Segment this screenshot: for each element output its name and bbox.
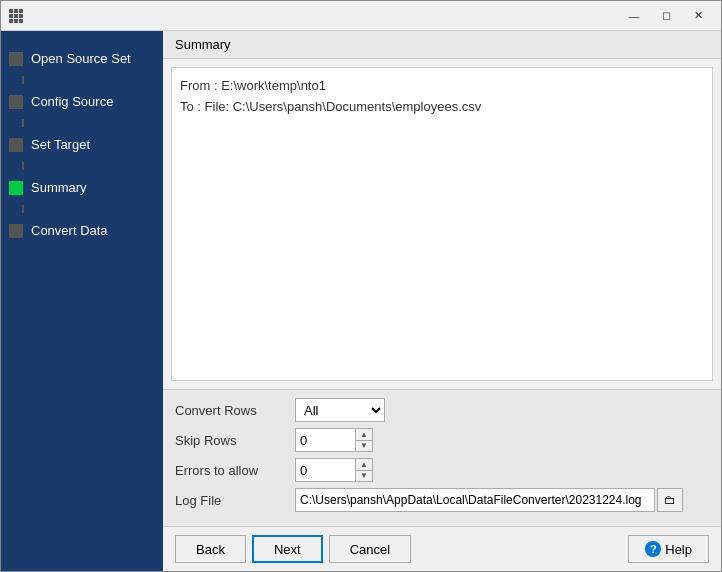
nav-indicator-config-source — [9, 95, 23, 109]
help-icon: ? — [645, 541, 661, 557]
app-icon — [9, 9, 23, 23]
summary-line-2: To : File: C:\Users\pansh\Documents\empl… — [180, 97, 704, 118]
title-bar: — ◻ ✕ — [1, 1, 721, 31]
nav-connector-1 — [22, 76, 24, 84]
sidebar-item-config-source[interactable]: Config Source — [1, 84, 163, 119]
nav-indicator-open-source-set — [9, 52, 23, 66]
log-file-wrap: 🗀 — [295, 488, 683, 512]
log-browse-button[interactable]: 🗀 — [657, 488, 683, 512]
content-panel: Summary From : E:\work\temp\nto1 To : Fi… — [163, 31, 721, 526]
maximize-button[interactable]: ◻ — [651, 5, 681, 27]
nav-connector-3 — [22, 162, 24, 170]
log-file-label: Log File — [175, 493, 295, 508]
skip-rows-input[interactable] — [295, 428, 355, 452]
skip-rows-label: Skip Rows — [175, 433, 295, 448]
errors-down-button[interactable]: ▼ — [356, 470, 372, 481]
errors-to-allow-label: Errors to allow — [175, 463, 295, 478]
skip-rows-up-button[interactable]: ▲ — [356, 429, 372, 440]
sidebar-item-summary[interactable]: Summary — [1, 170, 163, 205]
summary-line-1: From : E:\work\temp\nto1 — [180, 76, 704, 97]
sidebar-label-open-source-set: Open Source Set — [31, 51, 131, 66]
errors-to-allow-spinner: ▲ ▼ — [295, 458, 373, 482]
help-label: Help — [665, 542, 692, 557]
help-button-wrap: ? Help — [628, 535, 709, 563]
nav-connector-4 — [22, 205, 24, 213]
title-bar-left — [9, 9, 23, 23]
errors-to-allow-spinner-btns: ▲ ▼ — [355, 458, 373, 482]
sidebar-label-config-source: Config Source — [31, 94, 113, 109]
sidebar-label-summary: Summary — [31, 180, 87, 195]
skip-rows-spinner-btns: ▲ ▼ — [355, 428, 373, 452]
content-area: Summary From : E:\work\temp\nto1 To : Fi… — [163, 31, 721, 571]
convert-rows-select[interactable]: All Selected Range — [295, 398, 385, 422]
nav-indicator-summary — [9, 181, 23, 195]
panel-title: Summary — [163, 31, 721, 59]
nav-indicator-set-target — [9, 138, 23, 152]
summary-box: From : E:\work\temp\nto1 To : File: C:\U… — [171, 67, 713, 381]
form-area: Convert Rows All Selected Range Skip Row… — [163, 389, 721, 526]
next-button[interactable]: Next — [252, 535, 323, 563]
window-controls: — ◻ ✕ — [619, 5, 713, 27]
bottom-bar: Back Next Cancel ? Help — [163, 526, 721, 571]
log-file-row: Log File 🗀 — [175, 488, 709, 512]
sidebar-item-set-target[interactable]: Set Target — [1, 127, 163, 162]
back-button[interactable]: Back — [175, 535, 246, 563]
convert-rows-control: All Selected Range — [295, 398, 385, 422]
cancel-button[interactable]: Cancel — [329, 535, 411, 563]
sidebar-label-convert-data: Convert Data — [31, 223, 108, 238]
convert-rows-row: Convert Rows All Selected Range — [175, 398, 709, 422]
skip-rows-spinner: ▲ ▼ — [295, 428, 373, 452]
sidebar-item-convert-data[interactable]: Convert Data — [1, 213, 163, 248]
nav-indicator-convert-data — [9, 224, 23, 238]
skip-rows-down-button[interactable]: ▼ — [356, 440, 372, 451]
errors-to-allow-row: Errors to allow ▲ ▼ — [175, 458, 709, 482]
main-window: — ◻ ✕ Open Source Set Config Source Set … — [0, 0, 722, 572]
errors-to-allow-input[interactable] — [295, 458, 355, 482]
bottom-nav-buttons: Back Next Cancel — [175, 535, 411, 563]
skip-rows-row: Skip Rows ▲ ▼ — [175, 428, 709, 452]
help-button[interactable]: ? Help — [628, 535, 709, 563]
sidebar: Open Source Set Config Source Set Target… — [1, 31, 163, 571]
sidebar-label-set-target: Set Target — [31, 137, 90, 152]
minimize-button[interactable]: — — [619, 5, 649, 27]
log-file-input[interactable] — [295, 488, 655, 512]
main-content: Open Source Set Config Source Set Target… — [1, 31, 721, 571]
errors-up-button[interactable]: ▲ — [356, 459, 372, 470]
folder-icon: 🗀 — [664, 493, 676, 507]
convert-rows-label: Convert Rows — [175, 403, 295, 418]
sidebar-item-open-source-set[interactable]: Open Source Set — [1, 41, 163, 76]
nav-connector-2 — [22, 119, 24, 127]
close-button[interactable]: ✕ — [683, 5, 713, 27]
